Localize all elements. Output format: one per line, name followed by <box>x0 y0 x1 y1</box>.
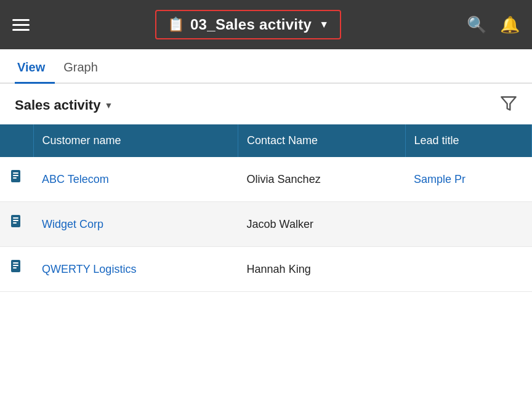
section-title[interactable]: Sales activity ▼ <box>15 97 113 113</box>
svg-rect-3 <box>13 175 18 176</box>
table-row: Widget Corp Jacob Walker <box>0 202 532 247</box>
navbar: 📋 03_Sales activity ▼ 🔍 🔔 <box>0 0 532 49</box>
menu-button[interactable] <box>12 19 30 31</box>
tabs-bar: View Graph <box>0 49 532 84</box>
col-customer-name: Customer name <box>33 124 238 157</box>
document-icon: 📋 <box>167 17 184 33</box>
title-box[interactable]: 📋 03_Sales activity ▼ <box>155 10 341 39</box>
row-lead-title <box>405 247 531 292</box>
row-contact-name: Olivia Sanchez <box>238 157 405 202</box>
row-icon-cell <box>0 157 33 202</box>
row-contact-name: Hannah King <box>238 247 405 292</box>
tab-view[interactable]: View <box>15 60 55 84</box>
table-row: QWERTY Logistics Hannah King <box>0 247 532 292</box>
sales-activity-table: Customer name Contact Name Lead title <box>0 124 532 292</box>
row-contact-name: Jacob Walker <box>238 202 405 247</box>
svg-rect-8 <box>13 222 17 224</box>
svg-rect-10 <box>13 262 18 264</box>
table-header-row: Customer name Contact Name Lead title <box>0 124 532 157</box>
svg-marker-0 <box>501 97 515 110</box>
svg-rect-4 <box>13 177 17 179</box>
navbar-left <box>12 19 30 31</box>
document-row-icon <box>10 263 23 278</box>
row-customer-name[interactable]: Widget Corp <box>33 202 238 247</box>
col-contact-name: Contact Name <box>238 124 405 157</box>
filter-icon[interactable] <box>500 95 517 116</box>
section-dropdown-icon: ▼ <box>104 100 113 110</box>
svg-rect-2 <box>13 172 18 174</box>
section-header: Sales activity ▼ <box>0 84 532 124</box>
row-icon-cell <box>0 247 33 292</box>
row-lead-title[interactable]: Sample Pr <box>405 157 531 202</box>
document-row-icon <box>10 173 23 188</box>
section-title-text: Sales activity <box>15 97 100 113</box>
row-lead-title <box>405 202 531 247</box>
tab-graph[interactable]: Graph <box>61 60 108 84</box>
svg-rect-12 <box>13 267 17 269</box>
col-icon <box>0 124 33 157</box>
navbar-right: 🔍 🔔 <box>467 15 520 34</box>
row-icon-cell <box>0 202 33 247</box>
dropdown-arrow-icon: ▼ <box>319 19 329 30</box>
navbar-center: 📋 03_Sales activity ▼ <box>155 10 341 39</box>
navbar-title: 03_Sales activity <box>190 16 312 33</box>
row-customer-name[interactable]: ABC Telecom <box>33 157 238 202</box>
search-icon[interactable]: 🔍 <box>467 15 486 34</box>
row-customer-name[interactable]: QWERTY Logistics <box>33 247 238 292</box>
svg-rect-6 <box>13 217 18 219</box>
bell-icon[interactable]: 🔔 <box>500 15 520 34</box>
table-container: Customer name Contact Name Lead title <box>0 124 532 292</box>
document-row-icon <box>10 218 23 233</box>
col-lead-title: Lead title <box>405 124 531 157</box>
svg-rect-7 <box>13 220 18 221</box>
table-row: ABC Telecom Olivia Sanchez Sample Pr <box>0 157 532 202</box>
svg-rect-11 <box>13 265 18 266</box>
